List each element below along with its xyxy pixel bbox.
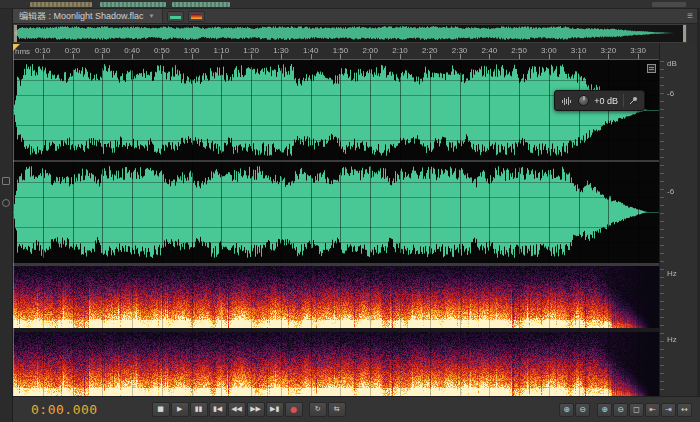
db-scale-label: -6 bbox=[667, 89, 674, 98]
zoom-in-time-button[interactable]: ⊕ bbox=[559, 403, 574, 417]
workspace-chip bbox=[30, 2, 92, 7]
hz-scale-label: Hz bbox=[667, 269, 677, 278]
workspace-strip bbox=[0, 0, 700, 9]
workspace-chip bbox=[652, 2, 686, 7]
level-scale: dB-6-6HzHz bbox=[659, 43, 697, 396]
fast-forward-button[interactable]: ▶▶ bbox=[247, 402, 265, 417]
spectrogram-canvas[interactable] bbox=[13, 266, 659, 396]
zoom-to-out-point-button[interactable]: ⇥ bbox=[661, 403, 676, 417]
ruler-tick-label: 2:20 bbox=[422, 46, 438, 55]
zoom-out-amplitude-button[interactable]: ⊖ bbox=[613, 403, 628, 417]
overview-handle-right[interactable] bbox=[683, 25, 686, 42]
zoom-to-in-point-button[interactable]: ⇤ bbox=[645, 403, 660, 417]
ruler-tick-label: 1:40 bbox=[303, 46, 319, 55]
gain-hud: +0 dB bbox=[554, 90, 645, 111]
audition-window: 编辑器 : Moonlight Shadow.flac ▼ ≡ hms 0:10… bbox=[0, 0, 700, 422]
ruler-tick-label: 1:20 bbox=[243, 46, 259, 55]
skip-selection-button[interactable]: ⇆ bbox=[328, 402, 346, 417]
mini-waveform-icon bbox=[561, 96, 573, 106]
overview-waveform-canvas[interactable] bbox=[14, 25, 686, 42]
ruler-tick-label: 0:30 bbox=[95, 46, 111, 55]
ruler-tick-label: 1:30 bbox=[273, 46, 289, 55]
waveform-display[interactable]: +0 dB bbox=[13, 60, 659, 263]
play-button[interactable]: ▶ bbox=[171, 402, 189, 417]
workspace-chip bbox=[172, 2, 230, 7]
ruler-tick-label: 2:00 bbox=[362, 46, 378, 55]
editor-panel-header: 编辑器 : Moonlight Shadow.flac ▼ ≡ bbox=[0, 9, 700, 24]
ruler-tick-label: 3:20 bbox=[601, 46, 617, 55]
spectral-display[interactable] bbox=[13, 266, 659, 396]
db-scale-label: dB bbox=[667, 59, 677, 68]
playhead-line[interactable] bbox=[13, 50, 14, 396]
pause-button[interactable]: ▮▮ bbox=[190, 402, 208, 417]
rewind-button[interactable]: ◀◀ bbox=[228, 402, 246, 417]
ruler-tick-label: 3:00 bbox=[541, 46, 557, 55]
dock-marker-icon[interactable] bbox=[2, 199, 10, 207]
go-to-end-button[interactable]: ▶▮ bbox=[266, 402, 284, 417]
zoom-to-selection-button[interactable]: ◻ bbox=[629, 403, 644, 417]
pin-icon[interactable] bbox=[629, 96, 638, 105]
playhead-handle[interactable] bbox=[13, 44, 20, 51]
panel-grip-icon[interactable] bbox=[647, 64, 656, 73]
time-display: 0:00.000 bbox=[31, 402, 98, 417]
gain-value: +0 dB bbox=[594, 96, 618, 106]
zoom-out-full-button[interactable]: ↔ bbox=[677, 403, 692, 417]
loop-playback-button[interactable]: ↻ bbox=[309, 402, 327, 417]
overview-handle-left[interactable] bbox=[14, 25, 17, 42]
zoom-out-time-button[interactable]: ⊖ bbox=[575, 403, 590, 417]
left-dock bbox=[0, 9, 13, 422]
go-to-start-button[interactable]: ▮◀ bbox=[209, 402, 227, 417]
ruler-tick-label: 1:00 bbox=[184, 46, 200, 55]
overview-strip[interactable] bbox=[13, 24, 687, 43]
ruler-tick-label: 0:10 bbox=[35, 46, 51, 55]
spectral-view-button[interactable] bbox=[188, 11, 205, 22]
panel-menu-icon[interactable]: ≡ bbox=[687, 11, 693, 21]
scale-tick-marks bbox=[660, 61, 664, 394]
ruler-tick-label: 2:50 bbox=[511, 46, 527, 55]
ruler-tick-label: 0:40 bbox=[124, 46, 140, 55]
workspace-chip bbox=[100, 2, 166, 7]
waveform-icon bbox=[170, 16, 181, 19]
ruler-tick-label: 2:40 bbox=[482, 46, 498, 55]
gain-knob[interactable] bbox=[578, 95, 589, 106]
stop-button[interactable]: ■ bbox=[152, 402, 170, 417]
timeline-ruler[interactable]: hms 0:100:200:300:400:501:001:101:201:30… bbox=[13, 43, 659, 60]
ruler-tick-label: 3:30 bbox=[630, 46, 646, 55]
chevron-down-icon: ▼ bbox=[149, 13, 155, 19]
editor-tab[interactable]: 编辑器 : Moonlight Shadow.flac ▼ bbox=[12, 9, 163, 23]
record-button[interactable]: ● bbox=[285, 402, 303, 417]
waveform-view-button[interactable] bbox=[167, 11, 184, 22]
ruler-tick-label: 1:50 bbox=[333, 46, 349, 55]
hud-divider bbox=[623, 94, 624, 107]
ruler-tick-label: 0:50 bbox=[154, 46, 170, 55]
transport-bar: 0:00.000 ■▶▮▮▮◀◀◀▶▶▶▮●↻⇆ ⊕⊖⊕⊖◻⇤⇥↔ bbox=[13, 396, 700, 422]
db-scale-label: -6 bbox=[667, 187, 674, 196]
ruler-tick-label: 1:10 bbox=[214, 46, 230, 55]
spectrum-icon bbox=[191, 14, 202, 19]
zoom-buttons: ⊕⊖⊕⊖◻⇤⇥↔ bbox=[559, 403, 692, 417]
ruler-tick-label: 0:20 bbox=[65, 46, 81, 55]
dock-tool-icon[interactable] bbox=[2, 177, 10, 185]
ruler-tick-label: 3:10 bbox=[571, 46, 587, 55]
hz-scale-label: Hz bbox=[667, 335, 677, 344]
editor-tab-label: 编辑器 : Moonlight Shadow.flac bbox=[19, 10, 144, 23]
zoom-in-amplitude-button[interactable]: ⊕ bbox=[597, 403, 612, 417]
transport-buttons: ■▶▮▮▮◀◀◀▶▶▶▮●↻⇆ bbox=[152, 402, 346, 417]
ruler-tick-label: 2:10 bbox=[392, 46, 408, 55]
ruler-tick-label: 2:30 bbox=[452, 46, 468, 55]
